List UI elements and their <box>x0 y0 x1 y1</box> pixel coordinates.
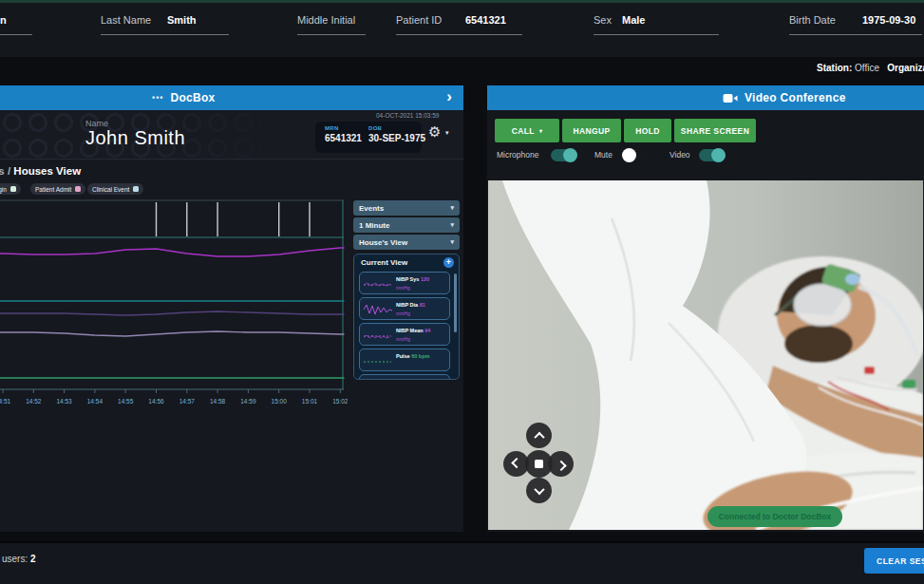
login-checkbox[interactable] <box>10 186 16 192</box>
microphone-toggle[interactable] <box>551 149 576 161</box>
video-toggle[interactable] <box>699 149 725 161</box>
events-dropdown[interactable]: Events▾ <box>353 200 460 216</box>
svg-text:14:51: 14:51 <box>0 398 11 405</box>
hold-button[interactable]: HOLD <box>624 119 671 142</box>
menu-dots-icon[interactable]: ••• <box>152 93 163 103</box>
patient-banner: 04-OCT-2021 15:03:59 Name John Smith MRN… <box>0 110 463 160</box>
svg-text:14:53: 14:53 <box>56 398 72 405</box>
mrn-label: MRN <box>325 125 339 131</box>
expand-panel-icon[interactable]: › <box>446 87 452 106</box>
sex-field[interactable]: Sex Male <box>594 14 719 37</box>
patient-id-value: 6541321 <box>465 14 506 26</box>
call-button[interactable]: CALL▾ <box>495 119 559 142</box>
mute-toggle[interactable] <box>623 149 649 161</box>
dob-value: 30-SEP-1975 <box>368 133 425 143</box>
vital-card-pulse[interactable]: Pulse 60 bpm <box>359 349 450 371</box>
settings-gear-icon[interactable]: ⚙ <box>428 123 441 141</box>
microphone-label: Microphone <box>497 150 538 160</box>
sex-label: Sex <box>594 14 612 26</box>
dob-label: DOB <box>368 125 382 131</box>
birth-date-label: Birth Date <box>789 14 836 26</box>
vitals-trend-chart: 14:5114:5214:5314:5414:5514:5614:5714:58… <box>0 199 348 418</box>
current-view-title: Current View <box>361 258 407 267</box>
organization-label: Organization <box>887 63 924 73</box>
patient-id-badge: MRN 6541321 DOB 30-SEP-1975 <box>315 122 422 153</box>
sex-value: Male <box>622 14 645 26</box>
svg-text:14:54: 14:54 <box>87 398 104 405</box>
filter-chip-patient-admit[interactable]: Patient Admit <box>30 183 85 195</box>
svg-text:14:59: 14:59 <box>240 398 256 405</box>
first-name-field[interactable]: n <box>0 14 32 37</box>
view-dropdown[interactable]: House's View▾ <box>353 235 460 250</box>
hangup-button[interactable]: HANGUP <box>562 119 621 142</box>
patient-info-bar: n Last Name Smith Middle Initial Patient… <box>0 0 924 57</box>
patient-name: John Smith <box>85 127 185 149</box>
app-window: n Last Name Smith Middle Initial Patient… <box>0 0 924 584</box>
call-caret-icon: ▾ <box>539 127 542 134</box>
current-view-scrollbar[interactable] <box>454 273 457 332</box>
station-label: Station: <box>817 63 852 73</box>
middle-initial-field[interactable]: Middle Initial <box>297 14 366 37</box>
svg-text:14:55: 14:55 <box>118 398 134 405</box>
svg-text:15:01: 15:01 <box>302 398 318 405</box>
filter-chip-clinical-event[interactable]: Clinical Event <box>87 183 143 195</box>
caret-down-icon: ▾ <box>450 204 454 212</box>
settings-caret-icon[interactable]: ▾ <box>445 129 449 137</box>
users-count: users: 2 <box>2 554 36 564</box>
last-name-field[interactable]: Last Name Smith <box>101 14 229 37</box>
video-label: Video <box>669 150 690 160</box>
share-screen-button[interactable]: SHARE SCREEN <box>674 119 756 142</box>
mute-label: Mute <box>594 150 613 160</box>
docbox-header: ••• DocBox › <box>0 85 463 110</box>
station-info: Station: Office Organization <box>817 63 924 73</box>
video-title: Video Conference <box>745 91 846 104</box>
docbox-title: DocBox <box>170 91 215 104</box>
last-name-label: Last Name <box>101 14 151 26</box>
svg-text:14:56: 14:56 <box>148 398 164 405</box>
patient-id-label: Patient ID <box>396 14 442 26</box>
add-vital-icon[interactable]: + <box>443 257 454 268</box>
svg-text:14:57: 14:57 <box>179 398 196 405</box>
docbox-panel: ••• DocBox › 04-OCT-2021 15:03:59 Name J… <box>0 85 463 532</box>
banner-timestamp: 04-OCT-2021 15:03:59 <box>376 112 440 119</box>
svg-text:14:58: 14:58 <box>210 398 226 405</box>
station-value: Office <box>855 63 879 73</box>
camera-up-button[interactable] <box>526 423 552 448</box>
vital-card-nibp-mean[interactable]: NIBP Mean 94 mmHg <box>359 323 450 346</box>
connection-status-badge: Connected to Doctor DocBox <box>707 506 842 527</box>
video-camera-icon <box>723 93 738 104</box>
breadcrumb: Patients / Houses View <box>0 165 81 177</box>
last-name-value: Smith <box>167 14 197 26</box>
clear-session-button[interactable]: CLEAR SESSION <box>864 548 924 574</box>
footer-bar: users: 2 CLEAR SESSION <box>0 543 924 584</box>
patient-id-field[interactable]: Patient ID 6541321 <box>396 14 522 37</box>
camera-down-button[interactable] <box>526 478 552 503</box>
svg-text:15:00: 15:00 <box>272 398 288 405</box>
video-conference-panel: Video Conference CALL▾ HANGUP HOLD SHARE… <box>487 85 924 532</box>
first-name-fragment: n <box>0 14 7 26</box>
video-header: Video Conference <box>487 85 924 110</box>
patient-admit-checkbox[interactable] <box>75 186 81 192</box>
vital-card-nibp-dia[interactable]: NIBP Dia 81 mmHg <box>359 297 450 320</box>
caret-down-icon: ▾ <box>450 238 454 246</box>
mrn-value: 6541321 <box>325 133 362 143</box>
svg-text:14:52: 14:52 <box>26 398 42 405</box>
camera-right-button[interactable] <box>548 451 574 477</box>
filter-chip-login[interactable]: Login <box>0 183 21 195</box>
middle-initial-label: Middle Initial <box>297 14 355 26</box>
vital-card-nibp-sys[interactable]: NIBP Sys 120 mmHg <box>359 272 450 294</box>
vital-card-partial[interactable] <box>359 374 450 380</box>
interval-dropdown[interactable]: 1 Minute▾ <box>353 217 460 233</box>
video-feed <box>488 180 923 530</box>
clinical-event-checkbox[interactable] <box>133 186 139 192</box>
birth-date-field[interactable]: Birth Date 1975-09-30 <box>789 14 922 37</box>
current-view-panel: Current View + NIBP Sys 120 mmHg NIBP Di… <box>353 254 460 380</box>
svg-text:15:02: 15:02 <box>332 398 348 405</box>
birth-date-value: 1975-09-30 <box>862 14 915 26</box>
caret-down-icon: ▾ <box>450 221 454 229</box>
